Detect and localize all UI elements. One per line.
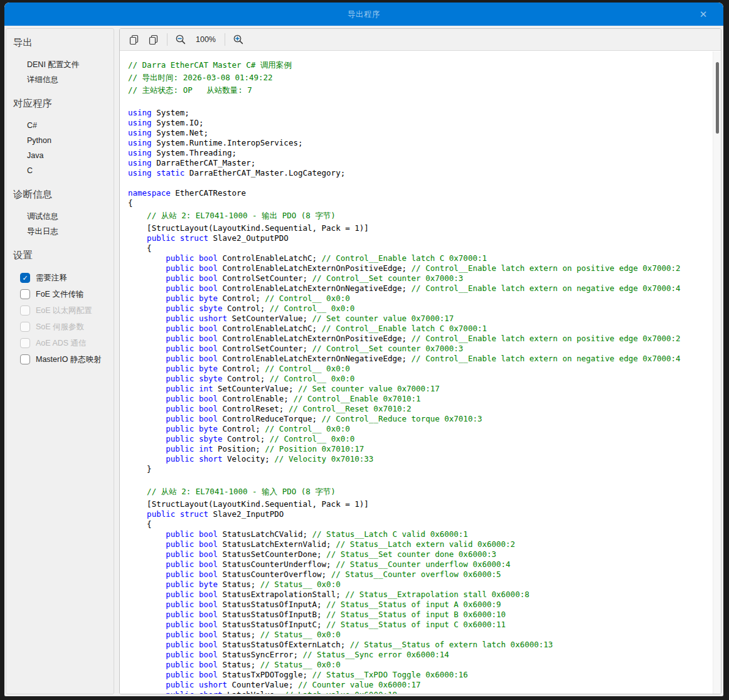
code-line: using System.Runtime.InteropServices; [128, 138, 713, 148]
sidebar-item[interactable]: 导出日志 [6, 224, 114, 239]
code-line: using System; [128, 108, 713, 118]
checkbox-label: AoE ADS 通信 [36, 338, 87, 349]
sidebar-section-header: 对应程序 [6, 97, 114, 110]
code-line: public bool ControlReset; // Control__Re… [128, 404, 713, 414]
close-icon: ✕ [700, 9, 708, 20]
code-toolbar: 100% [120, 29, 721, 51]
sidebar-item[interactable]: 调试信息 [6, 209, 114, 224]
copy-alt-button[interactable] [145, 31, 161, 48]
sidebar-section-header: 设置 [6, 249, 114, 262]
zoom-level-label: 100% [196, 35, 216, 44]
settings-checkbox-row[interactable]: FoE 文件传输 [6, 286, 114, 302]
toolbar-separator [167, 33, 168, 46]
code-line: public byte Control; // Control__ 0x0:0 [128, 424, 713, 434]
code-line: { [128, 243, 713, 253]
checkbox-label: SoE 伺服参数 [36, 322, 84, 332]
settings-checkbox-row: AoE ADS 通信 [6, 335, 114, 351]
code-line [128, 98, 713, 108]
settings-checkbox-row: EoE 以太网配置 [6, 302, 114, 319]
zoom-out-icon [175, 34, 186, 45]
code-line: public byte Control; // Control__ 0x0:0 [128, 294, 713, 304]
copy-button[interactable] [125, 31, 142, 48]
code-editor[interactable]: // Darra EtherCAT Master C# 调用案例// 导出时间:… [120, 51, 713, 694]
vertical-scrollbar[interactable] [713, 51, 721, 694]
code-line: public bool StatusCounterOverflow; // St… [128, 570, 713, 580]
code-line: public sbyte Control; // Control__ 0x0:0 [128, 374, 713, 384]
zoom-in-button[interactable] [230, 31, 247, 48]
toolbar-separator [225, 33, 225, 46]
code-line: public sbyte Control; // Control__ 0x0:0 [128, 434, 713, 444]
zoom-out-button[interactable] [173, 31, 189, 48]
code-line: using System.Threading; [128, 148, 713, 158]
code-line: public bool ControlSetCounter; // Contro… [128, 273, 713, 284]
code-line: public struct Slave2_InputPDO [128, 509, 713, 519]
code-line: using static DarraEtherCAT_Master.LogCat… [128, 168, 713, 178]
code-line: } [128, 464, 713, 474]
checkbox-icon[interactable] [20, 289, 30, 299]
settings-checkbox-row: SoE 伺服参数 [6, 319, 114, 335]
zoom-in-icon [233, 34, 244, 45]
code-line: public struct Slave2_OutputPDO [128, 233, 713, 243]
code-line: // 导出时间: 2026-03-08 01:49:22 [128, 73, 713, 83]
copy-icon [129, 34, 139, 45]
code-line: public bool StatusStatusOfExternLatch; /… [128, 640, 713, 650]
code-line: { [128, 519, 713, 529]
code-line: public bool StatusCounterUnderflow; // S… [128, 559, 713, 570]
checkbox-label: EoE 以太网配置 [36, 305, 92, 316]
sidebar-item[interactable]: DENI 配置文件 [6, 57, 114, 72]
code-line: public bool ControlSetCounter; // Contro… [128, 344, 713, 354]
code-line: public bool StatusSyncError; // Status__… [128, 650, 713, 660]
sidebar-item[interactable]: C# [6, 118, 114, 133]
sidebar-item[interactable]: Java [6, 148, 114, 163]
checkbox-icon [20, 338, 30, 348]
code-line: public bool Status; // Status__ 0x0:0 [128, 660, 713, 670]
sidebar-section-header: 诊断信息 [6, 188, 114, 201]
code-line: public ushort SetCounterValue; // Set co… [128, 314, 713, 324]
code-line: public bool StatusStatusOfInputC; // Sta… [128, 620, 713, 630]
checkbox-label: MasterIO 静态映射 [36, 354, 102, 365]
settings-checkbox-row[interactable]: MasterIO 静态映射 [6, 351, 114, 368]
sidebar: 导出DENI 配置文件详细信息对应程序C#PythonJavaC诊断信息调试信息… [6, 28, 114, 694]
code-line: // 主站状态: OP 从站数量: 7 [128, 85, 713, 95]
checkbox-label: 需要注释 [36, 273, 67, 284]
checkbox-label: FoE 文件传输 [36, 289, 83, 300]
code-line: public bool ControlEnableLatchC; // Cont… [128, 253, 713, 263]
code-line: { [128, 198, 713, 208]
code-line: public bool StatusLatchCValid; // Status… [128, 529, 713, 539]
code-line: // Darra EtherCAT Master C# 调用案例 [128, 60, 713, 70]
code-line: public bool StatusSetCounterDone; // Sta… [128, 549, 713, 559]
code-line: using DarraEtherCAT_Master; [128, 158, 713, 168]
checkbox-checked-icon[interactable]: ✓ [20, 273, 30, 283]
checkbox-icon[interactable] [20, 354, 30, 364]
code-line: public bool StatusLatchExternValid; // S… [128, 539, 713, 549]
code-line: // 从站 2: EL7041-1000 - 输入 PDO (8 字节) [128, 487, 713, 497]
code-line: [StructLayout(LayoutKind.Sequential, Pac… [128, 499, 713, 509]
code-line: public bool ControlEnableLatchExternOnPo… [128, 334, 713, 344]
sidebar-item[interactable]: C [6, 163, 114, 178]
code-line: namespace EtherCATRestore [128, 188, 713, 198]
title-bar: 导出程序 ✕ [4, 3, 723, 26]
code-line: public bool StatusStatusOfInputB; // Sta… [128, 610, 713, 620]
code-line: // 从站 2: EL7041-1000 - 输出 PDO (8 字节) [128, 211, 713, 221]
settings-checkbox-row[interactable]: ✓需要注释 [6, 270, 114, 286]
code-line [128, 474, 713, 484]
code-line: using System.Net; [128, 128, 713, 138]
checkbox-icon [20, 305, 30, 316]
code-line: public byte Status; // Status__ 0x0:0 [128, 580, 713, 590]
window-title: 导出程序 [348, 9, 380, 19]
code-line: public ushort CounterValue; // Counter v… [128, 680, 713, 690]
sidebar-item[interactable]: 详细信息 [6, 72, 114, 87]
sidebar-item[interactable]: Python [6, 133, 114, 148]
code-line: [StructLayout(LayoutKind.Sequential, Pac… [128, 223, 713, 233]
code-line: public short LatchValue; // Latch value … [128, 690, 713, 694]
code-line: public short Velocity; // Velocity 0x701… [128, 454, 713, 464]
code-line: public bool StatusStatusOfInputA; // Sta… [128, 600, 713, 610]
scrollbar-thumb[interactable] [716, 62, 719, 134]
code-line: public bool Status; // Status__ 0x0:0 [128, 630, 713, 640]
code-line: public int SetCounterValue; // Set count… [128, 384, 713, 394]
code-line: public bool ControlReduceTorque; // Cont… [128, 414, 713, 424]
code-panel: 100% // Darra EtherCAT Master C# 调用案例// … [119, 28, 721, 694]
close-button[interactable]: ✕ [691, 3, 716, 26]
copy-icon [148, 34, 159, 45]
code-line: public byte Control; // Control__ 0x0:0 [128, 364, 713, 374]
